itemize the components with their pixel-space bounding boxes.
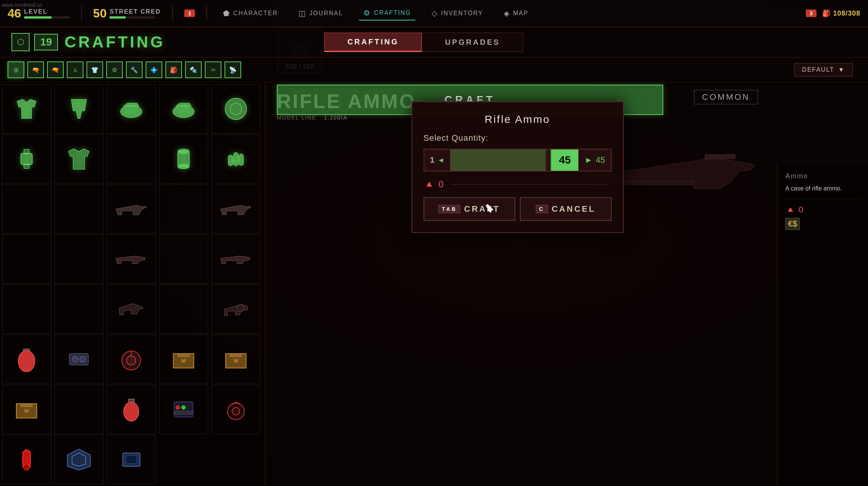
grid-cell-gun2[interactable]: [211, 184, 261, 234]
item-mine: [107, 335, 155, 384]
grid-cell-tubes[interactable]: [211, 134, 261, 184]
grid-cell-small-grenade[interactable]: [107, 385, 156, 434]
inventory-bag-icon: 🎒: [822, 9, 833, 17]
filter-scissors[interactable]: ✂: [205, 61, 221, 78]
filter-craft[interactable]: 🔩: [185, 61, 202, 78]
grid-cell-mine[interactable]: [107, 335, 156, 384]
dialog-craft-button[interactable]: TAB CRAFT: [424, 197, 515, 221]
svg-rect-18: [80, 357, 85, 362]
level-bar-fill: [24, 16, 52, 19]
sidebar-divider: [785, 199, 860, 199]
filter-signal[interactable]: 📡: [224, 61, 241, 78]
grid-cell-device2[interactable]: [159, 385, 208, 434]
filter-tools[interactable]: 🔧: [126, 61, 143, 78]
svg-rect-23: [178, 354, 189, 357]
grid-cell-empty-5[interactable]: [2, 234, 51, 284]
grid-cell-jacket[interactable]: [54, 134, 104, 184]
filter-bag[interactable]: 🎒: [165, 61, 182, 78]
filter-gear[interactable]: ⚙: [106, 61, 123, 78]
dialog-cancel-button[interactable]: C CANCEL: [520, 197, 612, 221]
svg-rect-44: [126, 456, 137, 464]
crafting-level-badge: 19: [34, 34, 58, 50]
filter-melee[interactable]: ⚔: [67, 61, 83, 78]
grid-cell-empty-4[interactable]: [159, 184, 208, 234]
grid-cell-ball[interactable]: [211, 84, 261, 134]
item-mine2: [212, 385, 260, 434]
nav-item-journal[interactable]: ◫ JOURNAL: [294, 6, 348, 20]
grid-cell-item-blue2[interactable]: [107, 435, 156, 484]
grid-cell-empty-2[interactable]: [2, 184, 51, 234]
grid-cell-empty-7[interactable]: [159, 234, 208, 284]
svg-point-8: [178, 149, 189, 154]
grid-cell-revolver[interactable]: [211, 285, 261, 334]
grid-cell-mine2[interactable]: [211, 385, 261, 434]
filter-weapons[interactable]: 🔫: [27, 61, 44, 78]
nav-label-journal: JOURNAL: [309, 10, 343, 17]
grid-cell-box2[interactable]: M: [211, 335, 261, 384]
tab-crafting[interactable]: CRAFTING: [324, 33, 422, 52]
filter-rifles[interactable]: 🔫: [47, 61, 64, 78]
qty-bar-fill: [450, 149, 546, 171]
grid-cell-gun5[interactable]: [107, 285, 156, 334]
qty-bar[interactable]: [450, 149, 551, 171]
grid-cell-can[interactable]: [159, 134, 208, 184]
grid-cell-shoes1[interactable]: [107, 84, 156, 134]
inventory-grid: M M M: [0, 82, 265, 486]
sidebar-money-row: €$: [785, 218, 860, 230]
grid-cell-empty-3[interactable]: [54, 184, 104, 234]
grid-cell-box1[interactable]: M: [159, 335, 208, 384]
item-gun3: [107, 235, 155, 283]
item-gun5: [107, 285, 155, 333]
level-display: 46 LEVEL: [8, 6, 70, 20]
grid-cell-empty-9[interactable]: [54, 285, 104, 334]
tab-upgrades[interactable]: UPGRADES: [422, 33, 523, 52]
nav-item-crafting[interactable]: ⚙ CRAFTING: [359, 6, 416, 20]
svg-rect-6: [24, 164, 29, 168]
svg-rect-36: [175, 411, 192, 414]
item-pants: [55, 85, 103, 133]
crafting-header: ⬡ 19 CRAFTING CRAFTING UPGRADES: [0, 27, 868, 58]
grid-cell-gun1[interactable]: [107, 184, 156, 234]
street-cred-bar: [110, 16, 155, 19]
grid-cell-watch[interactable]: [2, 134, 51, 184]
item-shoes1: [107, 85, 155, 133]
craft-key-label: TAB: [438, 205, 460, 213]
nav-divider-1: [81, 6, 82, 21]
grid-cell-empty-10[interactable]: [159, 285, 208, 334]
item-grenade: [2, 335, 51, 384]
inventory-count: 🎒 108/308: [822, 9, 860, 17]
grid-cell-empty-8[interactable]: [2, 285, 51, 334]
sidebar-stat-row: 🔺 0: [785, 205, 860, 215]
crafting-tabs: CRAFTING UPGRADES: [324, 33, 523, 52]
grid-cell-shirt[interactable]: [2, 84, 51, 134]
filter-bar: ⊞ 🔫 🔫 ⚔ 👕 ⚙ 🔧 💠 🎒 🔩 ✂ 📡 DEFAULT ▼: [0, 58, 868, 82]
grid-cell-empty-11[interactable]: [54, 385, 104, 434]
filter-ammo[interactable]: 💠: [146, 61, 162, 78]
filter-dropdown[interactable]: DEFAULT ▼: [794, 63, 853, 77]
grid-cell-item-blue1[interactable]: [54, 435, 104, 484]
grid-cell-empty-1[interactable]: [107, 134, 156, 184]
svg-rect-26: [230, 354, 242, 357]
item-box3: M: [2, 385, 51, 434]
item-gun2: [212, 185, 260, 233]
grid-cell-gun3[interactable]: [107, 234, 156, 284]
svg-rect-48: [705, 154, 735, 159]
grid-cell-shoes2[interactable]: [159, 84, 208, 134]
grid-cell-grenade[interactable]: [2, 335, 51, 384]
grid-cell-device[interactable]: [54, 335, 104, 384]
grid-cell-empty-6[interactable]: [54, 234, 104, 284]
street-cred-number: 50: [93, 6, 107, 20]
filter-all[interactable]: ⊞: [8, 61, 24, 78]
grid-cell-box3[interactable]: M: [2, 385, 51, 434]
svg-rect-5: [24, 149, 29, 154]
grid-cell-pants[interactable]: [54, 84, 104, 134]
item-jacket: [55, 135, 103, 183]
crafting-title: CRAFTING: [64, 33, 165, 51]
nav-item-character[interactable]: ⬟ CHARACTER: [218, 6, 283, 20]
grid-cell-item-red[interactable]: [2, 435, 51, 484]
nav-item-map[interactable]: ◈ MAP: [499, 6, 533, 20]
grid-cell-gun4[interactable]: [211, 234, 261, 284]
nav-item-inventory[interactable]: ◇ INVENTORY: [427, 6, 488, 20]
filter-clothing[interactable]: 👕: [86, 61, 103, 78]
inventory-icon: ◇: [432, 9, 438, 18]
